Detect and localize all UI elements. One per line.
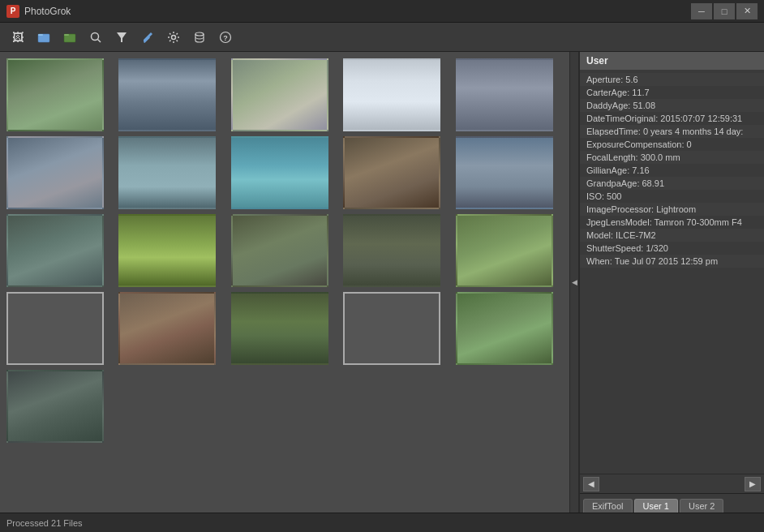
photo-thumb[interactable]	[456, 58, 553, 131]
window-controls: ─ □ ✕	[691, 3, 758, 19]
metadata-row: DateTimeOriginal: 2015:07:07 12:59:31	[580, 112, 764, 125]
statusbar: Processed 21 Files	[0, 513, 764, 532]
help-button[interactable]: ?	[214, 27, 237, 48]
status-text: Processed 21 Files	[6, 518, 83, 528]
metadata-row: JpegLensModel: Tamron 70-300mm F4	[580, 216, 764, 229]
metadata-row: FocalLength: 300.0 mm	[580, 151, 764, 164]
panel-content[interactable]: Aperture: 5.6CarterAge: 11.7DaddyAge: 51…	[580, 70, 764, 474]
metadata-panel: User Aperture: 5.6CarterAge: 11.7DaddyAg…	[579, 52, 764, 513]
photo-thumb[interactable]	[231, 136, 328, 209]
panel-toggle[interactable]: ◀	[569, 52, 579, 513]
photo-thumb[interactable]	[231, 292, 328, 365]
photo-thumb[interactable]	[118, 214, 216, 287]
photo-thumb[interactable]	[343, 292, 440, 365]
panel-scroll-right[interactable]: ▶	[745, 477, 761, 491]
photo-area[interactable]	[0, 52, 569, 513]
tab-user1[interactable]: User 1	[634, 499, 678, 513]
metadata-row: GrandpaAge: 68.91	[580, 177, 764, 190]
svg-marker-8	[144, 32, 152, 41]
browse-button[interactable]	[58, 27, 81, 48]
photo-thumb[interactable]	[6, 58, 104, 131]
metadata-row: CarterAge: 11.7	[580, 86, 764, 99]
metadata-row: ExposureCompensation: 0	[580, 138, 764, 151]
settings-button[interactable]	[162, 27, 185, 48]
panel-scroll-row: ◀ ▶	[580, 474, 764, 493]
svg-point-4	[92, 32, 99, 40]
tab-user2[interactable]: User 2	[680, 499, 723, 513]
metadata-row: DaddyAge: 51.08	[580, 99, 764, 112]
photo-thumb[interactable]	[6, 136, 104, 209]
titlebar: P PhotoGrok ─ □ ✕	[0, 0, 764, 23]
photo-thumb[interactable]	[456, 292, 553, 365]
panel-toggle-icon: ◀	[572, 278, 577, 286]
panel-tab-row: ExifTool User 1 User 2	[580, 493, 764, 513]
edit-button[interactable]	[136, 27, 159, 48]
toolbar: 🖼 ?	[0, 23, 764, 52]
photo-thumb[interactable]	[118, 136, 216, 209]
photo-thumb[interactable]	[343, 136, 440, 209]
svg-rect-1	[38, 34, 43, 36]
photo-thumb[interactable]	[343, 58, 440, 131]
metadata-row: Model: ILCE-7M2	[580, 229, 764, 242]
photo-grid	[6, 58, 563, 443]
app-title: PhotoGrok	[24, 6, 691, 17]
open-folder-button[interactable]	[32, 27, 55, 48]
close-button[interactable]: ✕	[736, 3, 758, 19]
app-icon: P	[6, 5, 19, 18]
metadata-row: ISO: 500	[580, 190, 764, 203]
photo-thumb[interactable]	[231, 58, 328, 131]
photo-thumb[interactable]	[456, 214, 553, 287]
svg-point-9	[172, 35, 176, 39]
photo-thumb[interactable]	[118, 58, 216, 131]
metadata-row: When: Tue Jul 07 2015 12:59 pm	[580, 255, 764, 268]
filter-button[interactable]	[110, 27, 133, 48]
photo-thumb[interactable]	[6, 370, 104, 443]
open-images-button[interactable]: 🖼	[6, 27, 29, 48]
maximize-button[interactable]: □	[714, 3, 735, 19]
svg-rect-3	[64, 34, 69, 36]
metadata-row: GillianAge: 7.16	[580, 164, 764, 177]
main-content: ◀ User Aperture: 5.6CarterAge: 11.7Daddy…	[0, 52, 764, 513]
panel-scroll-left[interactable]: ◀	[583, 477, 599, 491]
panel-header: User	[580, 52, 764, 70]
photo-thumb[interactable]	[6, 214, 104, 287]
metadata-row: ElapsedTime: 0 years 4 months 14 day:	[580, 125, 764, 138]
minimize-button[interactable]: ─	[691, 3, 712, 19]
svg-point-10	[195, 32, 204, 36]
photo-thumb[interactable]	[118, 292, 216, 365]
svg-line-5	[98, 39, 101, 42]
database-button[interactable]	[188, 27, 211, 48]
photo-thumb[interactable]	[456, 136, 553, 209]
photo-thumb[interactable]	[343, 214, 440, 287]
metadata-row: ImageProcessor: Lightroom	[580, 203, 764, 216]
photo-thumb[interactable]	[6, 292, 104, 365]
metadata-row: ShutterSpeed: 1/320	[580, 242, 764, 255]
tab-exiftool[interactable]: ExifTool	[583, 499, 633, 513]
metadata-row: Aperture: 5.6	[580, 73, 764, 86]
svg-text:?: ?	[223, 34, 228, 42]
svg-marker-6	[117, 32, 127, 42]
photo-thumb[interactable]	[231, 214, 328, 287]
search-button[interactable]	[84, 27, 107, 48]
